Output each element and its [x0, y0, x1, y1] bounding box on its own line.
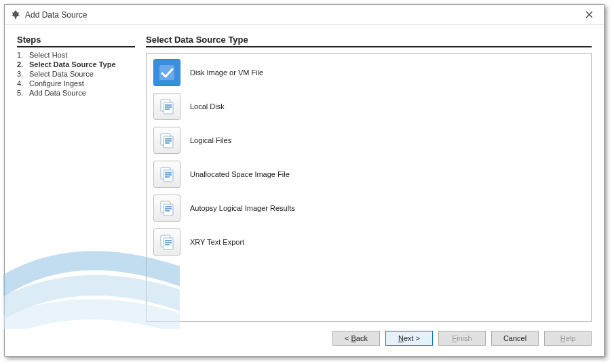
option-label: Unallocated Space Image File — [190, 170, 290, 178]
help-button[interactable]: Help — [544, 331, 592, 346]
next-button[interactable]: Next > — [385, 331, 433, 346]
data-source-option-disk-image[interactable]: Disk Image or VM File — [153, 59, 584, 86]
svg-rect-12 — [164, 170, 173, 182]
data-source-option-autopsy-imager[interactable]: Autopsy Logical Imager Results — [153, 195, 584, 222]
window-title: Add Data Source — [25, 10, 579, 20]
close-button[interactable] — [579, 7, 598, 23]
svg-rect-7 — [164, 136, 173, 148]
step-item: 2.Select Data Source Type — [17, 60, 135, 69]
step-number: 3. — [17, 70, 29, 78]
back-button[interactable]: < Back — [332, 331, 380, 346]
svg-rect-10 — [165, 142, 170, 144]
step-item: 1.Select Host — [17, 50, 135, 60]
step-label: Configure Ingest — [29, 79, 84, 87]
step-label: Select Data Source Type — [29, 60, 116, 68]
svg-rect-8 — [165, 138, 172, 140]
option-label: Disk Image or VM File — [190, 68, 263, 77]
steps-sidebar: Steps 1.Select Host2.Select Data Source … — [17, 35, 146, 322]
main-panel: Select Data Source Type Disk Image or VM… — [146, 35, 592, 322]
data-source-option-xry[interactable]: XRY Text Export — [153, 228, 584, 256]
svg-rect-25 — [165, 244, 170, 245]
data-source-option-logical-files[interactable]: Logical Files — [153, 127, 584, 154]
files-icon — [153, 161, 180, 188]
svg-rect-14 — [165, 174, 172, 176]
svg-rect-4 — [165, 106, 172, 108]
svg-rect-20 — [165, 210, 170, 211]
step-item: 3.Select Data Source — [17, 69, 135, 79]
checkmark-icon — [153, 59, 180, 86]
finish-button[interactable]: Finish — [438, 331, 486, 346]
files-icon — [153, 228, 180, 256]
option-label: XRY Text Export — [190, 238, 244, 246]
main-heading: Select Data Source Type — [146, 35, 592, 47]
app-icon — [10, 9, 21, 20]
wizard-footer: < Back Next > Finish Cancel Help — [5, 326, 604, 356]
files-icon — [153, 93, 180, 120]
svg-rect-3 — [165, 104, 172, 106]
step-item: 5.Add Data Source — [17, 88, 135, 98]
dialog-body: Steps 1.Select Host2.Select Data Source … — [5, 25, 604, 326]
data-source-type-list: Disk Image or VM FileLocal DiskLogical F… — [146, 53, 592, 322]
step-number: 4. — [17, 79, 29, 87]
data-source-option-unallocated[interactable]: Unallocated Space Image File — [153, 161, 584, 188]
option-label: Local Disk — [190, 102, 225, 110]
titlebar: Add Data Source — [5, 5, 604, 25]
data-source-option-local-disk[interactable]: Local Disk — [153, 93, 584, 120]
wizard-dialog: Add Data Source Steps 1.Select Host2.Sel… — [4, 4, 605, 357]
svg-rect-24 — [165, 242, 172, 243]
step-label: Select Data Source — [29, 70, 94, 78]
step-item: 4.Configure Ingest — [17, 79, 135, 88]
svg-rect-19 — [165, 208, 172, 209]
steps-heading: Steps — [17, 35, 135, 47]
cancel-button[interactable]: Cancel — [491, 331, 539, 346]
step-number: 5. — [17, 89, 29, 97]
step-number: 1. — [17, 51, 29, 59]
steps-list: 1.Select Host2.Select Data Source Type3.… — [17, 50, 135, 98]
step-number: 2. — [17, 60, 29, 68]
files-icon — [153, 127, 180, 154]
svg-rect-13 — [165, 172, 172, 174]
svg-rect-17 — [164, 204, 173, 216]
step-label: Select Host — [29, 51, 67, 59]
svg-rect-2 — [164, 102, 173, 114]
option-label: Logical Files — [190, 136, 231, 144]
svg-rect-15 — [165, 176, 170, 178]
svg-rect-18 — [165, 206, 172, 207]
svg-rect-22 — [164, 238, 173, 249]
svg-rect-5 — [165, 108, 170, 110]
step-label: Add Data Source — [29, 89, 86, 97]
svg-rect-23 — [165, 240, 172, 241]
svg-rect-9 — [165, 140, 172, 142]
files-icon — [153, 195, 180, 222]
option-label: Autopsy Logical Imager Results — [190, 204, 295, 212]
